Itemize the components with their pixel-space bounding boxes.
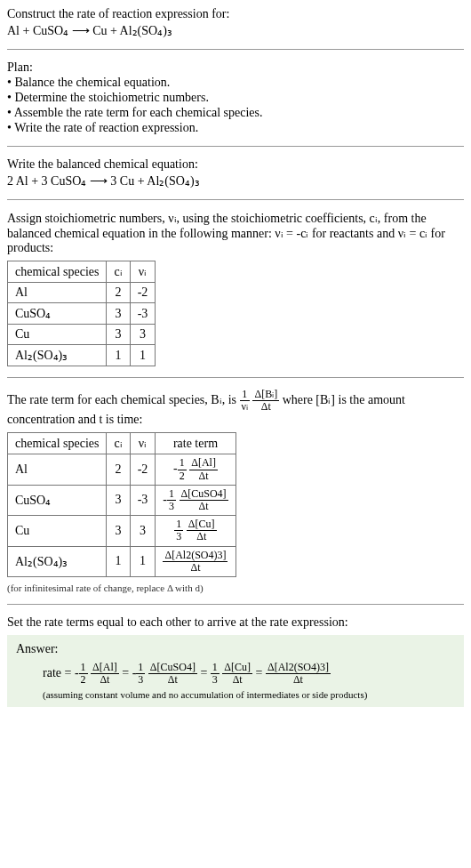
divider	[7, 199, 464, 200]
cell-ci: 3	[107, 303, 130, 325]
table-row: Al₂(SO₄)₃ 1 1 Δ[Al2(SO4)3]Δt	[8, 546, 236, 576]
cell-species: Al	[8, 283, 107, 303]
col-ci-header: cᵢ	[107, 433, 130, 454]
rate-expression: rate = -12 Δ[Al]Δt = -13 Δ[CuSO4]Δt = 13…	[43, 662, 455, 686]
balance-title: Write the balanced chemical equation:	[7, 157, 464, 172]
cell-vi: -3	[130, 485, 156, 515]
balanced-equation: 2 Al + 3 CuSO₄ ⟶ 3 Cu + Al₂(SO₄)₃	[7, 173, 464, 189]
col-vi-header: νᵢ	[130, 261, 156, 283]
table-row: chemical species cᵢ νᵢ rate term	[8, 433, 236, 454]
col-rate-header: rate term	[156, 433, 236, 454]
table-row: chemical species cᵢ νᵢ	[8, 261, 156, 283]
cell-ci: 1	[107, 546, 130, 576]
table-row: Cu 3 3 13 Δ[Cu]Δt	[8, 516, 236, 546]
plan-bullet-3: • Assemble the rate term for each chemic…	[7, 106, 464, 120]
cell-rate: -12 Δ[Al]Δt	[156, 454, 236, 485]
cell-ci: 2	[107, 283, 130, 303]
cell-rate: -13 Δ[CuSO4]Δt	[156, 485, 236, 515]
query-prompt: Construct the rate of reaction expressio…	[7, 7, 464, 21]
stoich-table: chemical species cᵢ νᵢ Al 2 -2 CuSO₄ 3 -…	[7, 261, 156, 366]
divider	[7, 377, 464, 378]
col-ci-header: cᵢ	[107, 261, 130, 283]
divider	[7, 604, 464, 605]
stoich-text: Assign stoichiometric numbers, νᵢ, using…	[7, 211, 464, 255]
cell-species: Al₂(SO₄)₃	[8, 546, 107, 576]
frac-1-over-nu: 1νᵢ	[240, 389, 250, 413]
cell-ci: 3	[107, 516, 130, 546]
table-row: CuSO₄ 3 -3	[8, 303, 156, 325]
query-equation: Al + CuSO₄ ⟶ Cu + Al₂(SO₄)₃	[7, 23, 464, 38]
cell-vi: -3	[130, 303, 156, 325]
cell-rate: 13 Δ[Cu]Δt	[156, 516, 236, 546]
rateterm-text: The rate term for each chemical species,…	[7, 389, 464, 427]
plan-title: Plan:	[7, 60, 464, 75]
cell-vi: 3	[130, 325, 156, 345]
cell-ci: 2	[107, 454, 130, 485]
table-row: CuSO₄ 3 -3 -13 Δ[CuSO4]Δt	[8, 485, 236, 515]
rateterm-text-1: The rate term for each chemical species,…	[7, 393, 240, 406]
cell-species: CuSO₄	[8, 303, 107, 325]
rateterm-table: chemical species cᵢ νᵢ rate term Al 2 -2…	[7, 432, 236, 577]
cell-species: Al₂(SO₄)₃	[8, 345, 107, 366]
frac-dbi-over-dt: Δ[Bᵢ]Δt	[252, 389, 279, 413]
cell-vi: 1	[130, 546, 156, 576]
cell-rate: Δ[Al2(SO4)3]Δt	[156, 546, 236, 576]
plan-bullet-2: • Determine the stoichiometric numbers.	[7, 91, 464, 105]
cell-vi: 1	[130, 345, 156, 366]
table-row: Cu 3 3	[8, 325, 156, 345]
answer-box: Answer: rate = -12 Δ[Al]Δt = -13 Δ[CuSO4…	[7, 635, 464, 707]
cell-species: Cu	[8, 325, 107, 345]
table-row: Al₂(SO₄)₃ 1 1	[8, 345, 156, 366]
divider	[7, 146, 464, 147]
cell-species: Al	[8, 454, 107, 485]
cell-ci: 1	[107, 345, 130, 366]
cell-ci: 3	[107, 325, 130, 345]
answer-label: Answer:	[16, 642, 455, 656]
cell-species: CuSO₄	[8, 485, 107, 515]
final-title: Set the rate terms equal to each other t…	[7, 615, 464, 630]
cell-vi: -2	[130, 283, 156, 303]
cell-vi: 3	[130, 516, 156, 546]
cell-vi: -2	[130, 454, 156, 485]
col-species-header: chemical species	[8, 261, 107, 283]
plan-bullet-1: • Balance the chemical equation.	[7, 76, 464, 90]
rateterm-note: (for infinitesimal rate of change, repla…	[7, 583, 464, 593]
assumption-note: (assuming constant volume and no accumul…	[43, 689, 455, 700]
table-row: Al 2 -2	[8, 283, 156, 303]
plan-bullet-4: • Write the rate of reaction expression.	[7, 121, 464, 135]
cell-species: Cu	[8, 516, 107, 546]
col-species-header: chemical species	[8, 433, 107, 454]
table-row: Al 2 -2 -12 Δ[Al]Δt	[8, 454, 236, 485]
cell-ci: 3	[107, 485, 130, 515]
divider	[7, 49, 464, 50]
col-vi-header: νᵢ	[130, 433, 156, 454]
rate-text: rate =	[43, 666, 75, 679]
